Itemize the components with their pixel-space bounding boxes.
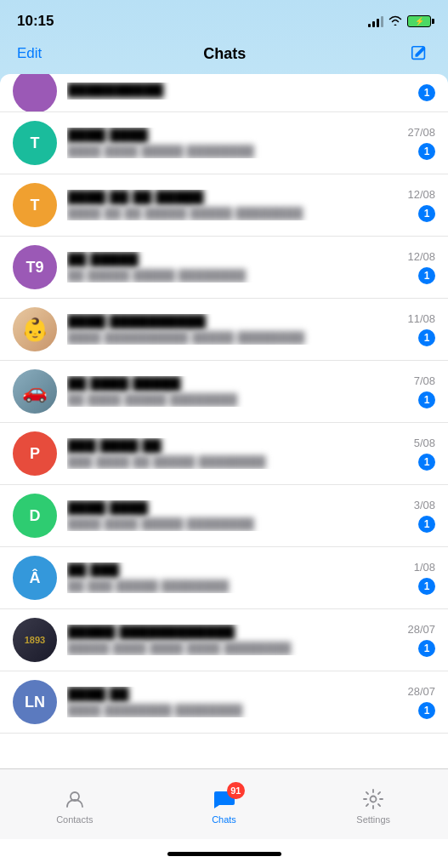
chat-item[interactable]: T ████ ██ ██ █████ ████ ██ ██ █████ ████… bbox=[0, 174, 448, 237]
chat-date: 3/08 bbox=[414, 499, 435, 511]
chat-meta: 27/08 1 bbox=[407, 126, 435, 160]
chat-content: ████ ████ ████ ████ █████ ████████ bbox=[67, 128, 400, 158]
chat-item[interactable]: 1893 █████ ████████████ █████ ████ ████ … bbox=[0, 609, 448, 671]
chat-item[interactable]: 👶 ████ ██████████ ████ ██████████ █████ … bbox=[0, 299, 448, 361]
chat-item[interactable]: Â ██ ███ ██ ███ █████ ████████ 1/08 1 bbox=[0, 547, 448, 609]
status-icons: ⚡ bbox=[368, 14, 431, 28]
avatar: 🚗 bbox=[13, 369, 57, 414]
chat-meta: 1 bbox=[418, 80, 435, 101]
chat-meta: 28/07 1 bbox=[407, 685, 435, 719]
tab-contacts[interactable]: Contacts bbox=[0, 787, 150, 825]
chat-content: ██████████ bbox=[67, 83, 411, 100]
compose-button[interactable] bbox=[407, 42, 431, 66]
chat-date: 1/08 bbox=[414, 561, 435, 574]
tab-settings[interactable]: Settings bbox=[298, 787, 448, 825]
status-bar: 10:15 ⚡ bbox=[0, 0, 448, 37]
chat-item[interactable]: T9 ██ █████ ██ █████ █████ ████████ 12/0… bbox=[0, 237, 448, 299]
battery-lightning-icon: ⚡ bbox=[415, 17, 424, 26]
status-time: 10:15 bbox=[17, 13, 54, 30]
battery-icon: ⚡ bbox=[407, 15, 431, 27]
chat-meta: 5/08 1 bbox=[414, 437, 435, 471]
nav-bar: Edit Chats bbox=[0, 37, 448, 74]
edit-button[interactable]: Edit bbox=[17, 45, 42, 62]
contacts-icon bbox=[63, 787, 87, 811]
chat-content: ████ ████ ████ ████ █████ ████████ bbox=[67, 500, 407, 531]
home-indicator bbox=[0, 839, 448, 868]
chat-name: ████ ██████████ bbox=[67, 314, 400, 329]
chat-content: ████ ██████████ ████ ██████████ █████ ██… bbox=[67, 314, 400, 345]
chat-item[interactable]: 🚗 ██ ████ █████ ██ ████ █████ ████████ 7… bbox=[0, 361, 448, 423]
chat-name: ████ ██ bbox=[67, 687, 400, 702]
chat-content: ████ ██ ████ ████████ ████████ bbox=[67, 687, 400, 717]
page-title: Chats bbox=[203, 45, 246, 63]
chat-name: ████ ████ bbox=[67, 500, 407, 516]
chat-preview: ████ ████ █████ ████████ bbox=[67, 145, 400, 158]
chat-date: 28/07 bbox=[407, 623, 435, 636]
unread-badge: 1 bbox=[418, 391, 435, 408]
unread-badge: 1 bbox=[418, 329, 435, 346]
chat-content: ██ █████ ██ █████ █████ ████████ bbox=[67, 252, 400, 283]
unread-badge: 1 bbox=[418, 205, 435, 222]
chat-preview: ██ ███ █████ ████████ bbox=[67, 580, 407, 593]
chats-badge: 91 bbox=[227, 782, 244, 799]
chat-item-partial[interactable]: ██████████ 1 bbox=[0, 74, 448, 112]
chat-content: ████ ██ ██ █████ ████ ██ ██ █████ █████ … bbox=[67, 190, 400, 220]
chat-name: ███ ████ ██ bbox=[67, 438, 407, 454]
phone-frame: 10:15 ⚡ Edit Chats bbox=[0, 0, 448, 868]
chat-preview: ████ ████████ ████████ bbox=[67, 704, 400, 717]
settings-label: Settings bbox=[356, 814, 390, 825]
unread-badge: 1 bbox=[418, 84, 435, 101]
unread-badge: 1 bbox=[418, 578, 435, 595]
chat-list-container: T ████ ████ ████ ████ █████ ████████ 27/… bbox=[0, 112, 448, 734]
chat-preview: ████ ██████████ █████ ████████ bbox=[67, 331, 400, 345]
chat-item[interactable]: D ████ ████ ████ ████ █████ ████████ 3/0… bbox=[0, 485, 448, 547]
chats-icon: 91 bbox=[213, 787, 236, 811]
chat-meta: 11/08 1 bbox=[407, 312, 435, 346]
tab-chats[interactable]: 91 Chats bbox=[150, 787, 299, 825]
chat-preview: ████ ████ █████ ████████ bbox=[67, 517, 407, 531]
wifi-icon bbox=[388, 14, 402, 28]
chat-content: █████ ████████████ █████ ████ ████ ████ … bbox=[67, 625, 400, 655]
avatar: T bbox=[13, 183, 57, 227]
chat-item[interactable]: LN ████ ██ ████ ████████ ████████ 28/07 … bbox=[0, 671, 448, 734]
unread-badge: 1 bbox=[418, 454, 435, 471]
avatar: Â bbox=[13, 556, 57, 600]
chat-date: 12/08 bbox=[407, 188, 435, 201]
avatar: 👶 bbox=[13, 307, 57, 351]
chat-content: ███ ████ ██ ███ ████ ██ █████ ████████ bbox=[67, 438, 407, 469]
chat-item[interactable]: T ████ ████ ████ ████ █████ ████████ 27/… bbox=[0, 112, 448, 174]
avatar: T9 bbox=[13, 245, 57, 289]
chat-name: ██ ███ bbox=[67, 562, 407, 578]
chat-date: 7/08 bbox=[414, 374, 435, 387]
chat-preview: ██ █████ █████ ████████ bbox=[67, 269, 400, 283]
chat-date: 12/08 bbox=[407, 250, 435, 263]
unread-badge: 1 bbox=[418, 702, 435, 719]
home-bar bbox=[167, 852, 281, 856]
chat-preview: ██ ████ █████ ████████ bbox=[67, 393, 407, 407]
chat-name: ██ ████ █████ bbox=[67, 376, 407, 391]
unread-badge: 1 bbox=[418, 640, 435, 657]
chat-meta: 28/07 1 bbox=[407, 623, 435, 657]
chat-preview: ████ ██ ██ █████ █████ ████████ bbox=[67, 207, 400, 220]
unread-badge: 1 bbox=[418, 267, 435, 284]
chat-name: ██████████ bbox=[67, 83, 411, 98]
chat-content: ██ ████ █████ ██ ████ █████ ████████ bbox=[67, 376, 407, 407]
chat-meta: 3/08 1 bbox=[414, 499, 435, 533]
contacts-label: Contacts bbox=[56, 814, 93, 825]
chat-name: █████ ████████████ bbox=[67, 625, 400, 640]
avatar: T bbox=[13, 121, 57, 165]
tab-bar: Contacts 91 Chats Settings bbox=[0, 768, 448, 839]
chat-item[interactable]: P ███ ████ ██ ███ ████ ██ █████ ████████… bbox=[0, 423, 448, 485]
chat-name: ████ ████ bbox=[67, 128, 400, 143]
signal-icon bbox=[368, 15, 383, 27]
avatar: LN bbox=[13, 680, 57, 724]
avatar bbox=[13, 74, 57, 112]
chat-meta: 1/08 1 bbox=[414, 561, 435, 595]
chat-meta: 12/08 1 bbox=[407, 250, 435, 284]
chat-preview: ███ ████ ██ █████ ████████ bbox=[67, 455, 407, 469]
settings-icon bbox=[361, 787, 385, 811]
chat-preview: █████ ████ ████ ████ ████████ bbox=[67, 642, 400, 655]
chat-content: ██ ███ ██ ███ █████ ████████ bbox=[67, 562, 407, 593]
chat-date: 11/08 bbox=[407, 312, 435, 325]
chat-meta: 7/08 1 bbox=[414, 374, 435, 408]
